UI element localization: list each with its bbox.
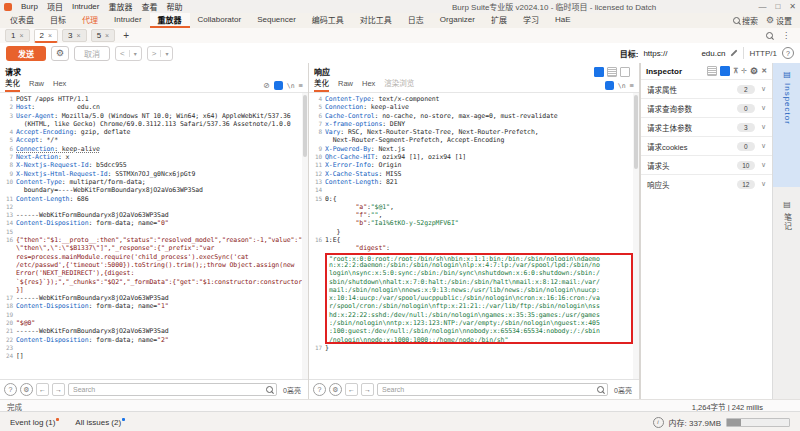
menu-help[interactable]: 帮助 <box>166 1 182 12</box>
menu-view[interactable]: 查看 <box>141 1 157 12</box>
menu-icon[interactable]: ≡ <box>630 81 634 90</box>
info-icon[interactable]: i <box>653 417 664 428</box>
menu-burp[interactable]: Burp <box>21 2 38 11</box>
send-button[interactable]: 发送 <box>6 46 46 61</box>
repeater-tab-2[interactable]: 2× <box>34 29 59 43</box>
chevron-down-icon[interactable]: ∨ <box>761 123 766 131</box>
syntax-highlight-icon[interactable] <box>274 81 283 90</box>
tab-raw[interactable]: Raw <box>338 79 353 92</box>
rows-layout-icon[interactable] <box>607 67 617 77</box>
expand-all-icon[interactable]: ⊹ <box>741 67 747 75</box>
newline-toggle-icon[interactable]: \n <box>287 82 295 90</box>
request-search-input[interactable] <box>68 383 277 396</box>
collapse-all-icon[interactable]: ⊼ <box>733 67 738 75</box>
response-search-input[interactable] <box>377 383 608 396</box>
menu-repeater[interactable]: 重放器 <box>108 1 132 12</box>
tab-raw[interactable]: Raw <box>29 79 44 92</box>
hide-selection-icon[interactable]: ⊘ <box>263 81 269 90</box>
tab-学习[interactable]: 学习 <box>515 13 547 28</box>
tab-Sequencer[interactable]: Sequencer <box>249 13 304 28</box>
settings-button[interactable]: ⚙ 设置 <box>766 15 792 26</box>
tab-编码工具[interactable]: 编码工具 <box>304 13 352 28</box>
search-settings-icon[interactable]: ⚙ <box>329 383 342 396</box>
repeater-tab-5[interactable]: 5× <box>91 29 116 42</box>
gear-icon[interactable]: ⚙ <box>750 67 758 76</box>
history-forward-button[interactable]: > <box>148 49 161 58</box>
history-forward-group[interactable]: > ▾ <box>147 46 174 61</box>
tab-pretty[interactable]: 美化 <box>314 77 329 92</box>
response-viewer[interactable]: 4Content-Type: text/x-component5Connecti… <box>309 93 639 379</box>
tab-日志[interactable]: 日志 <box>400 13 432 28</box>
search-settings-icon[interactable]: ⚙ <box>20 383 33 396</box>
help-icon[interactable]: ? <box>782 47 794 59</box>
tab-仪表盘[interactable]: 仪表盘 <box>2 13 42 28</box>
history-back-button[interactable]: < <box>116 49 129 58</box>
scrollbar-thumb[interactable] <box>634 95 638 169</box>
prev-match-button[interactable]: ← <box>36 383 49 396</box>
scrollbar-thumb[interactable] <box>303 95 307 157</box>
next-match-button[interactable]: → <box>361 383 374 396</box>
side-tab-inspector[interactable]: ▤ Inspector <box>773 63 800 187</box>
event-log-tab[interactable]: Event log (1) <box>10 418 59 427</box>
chevron-down-icon[interactable]: ▾ <box>160 50 172 57</box>
http-version-button[interactable]: HTTP/1 <box>749 49 777 58</box>
tab-Organizer[interactable]: Organizer <box>432 13 483 28</box>
split-view-icon[interactable] <box>707 66 717 76</box>
menu-icon[interactable]: ≡ <box>299 81 303 90</box>
cancel-button[interactable]: 取消 <box>74 46 110 61</box>
full-view-icon[interactable] <box>720 66 730 76</box>
menu-intruder[interactable]: Intruder <box>72 2 100 11</box>
chevron-down-icon[interactable]: ▾ <box>129 50 141 57</box>
search-icon[interactable] <box>766 32 773 39</box>
tab-Intruder[interactable]: Intruder <box>106 13 150 28</box>
close-icon[interactable]: ✕ <box>761 67 767 75</box>
tab-Collaborator[interactable]: Collaborator <box>190 13 250 28</box>
request-scrollbar[interactable] <box>302 93 308 379</box>
edit-target-icon[interactable] <box>731 49 738 56</box>
close-tab-icon[interactable]: × <box>77 32 81 39</box>
send-options-button[interactable]: ⚙ <box>51 46 69 61</box>
chevron-down-icon[interactable]: ∨ <box>761 142 766 150</box>
tab-hex[interactable]: Hex <box>53 79 66 92</box>
kebab-menu-icon[interactable]: ⋮ <box>782 31 790 40</box>
columns-layout-icon[interactable] <box>594 67 604 77</box>
close-tab-icon[interactable]: × <box>48 32 52 39</box>
inspector-row-请求头[interactable]: 请求头10∨ <box>641 155 772 174</box>
side-tab-notes[interactable]: ▤ 笔记 <box>773 193 800 269</box>
inspector-row-请求cookies[interactable]: 请求cookies0∨ <box>641 136 772 155</box>
inspector-row-请求主体参数[interactable]: 请求主体参数3∨ <box>641 117 772 136</box>
help-icon[interactable]: ? <box>4 383 17 396</box>
tab-render[interactable]: 渲染浏览 <box>384 77 414 92</box>
response-scrollbar[interactable] <box>633 93 639 379</box>
repeater-tab-3[interactable]: 3× <box>62 29 87 42</box>
tab-扩展[interactable]: 扩展 <box>483 13 515 28</box>
tabs-layout-icon[interactable] <box>620 67 630 77</box>
minimize-button[interactable]: — <box>758 2 766 11</box>
tab-目标[interactable]: 目标 <box>42 13 74 28</box>
tab-hex[interactable]: Hex <box>362 79 375 92</box>
tab-pretty[interactable]: 美化 <box>5 77 20 92</box>
tab-对比工具[interactable]: 对比工具 <box>352 13 400 28</box>
tab-HaE[interactable]: HaE <box>547 13 579 28</box>
all-issues-tab[interactable]: All issues (2) <box>75 418 125 427</box>
maximize-button[interactable]: □ <box>775 2 780 11</box>
tab-代理[interactable]: 代理 <box>74 13 106 28</box>
global-search-button[interactable]: 搜索 <box>733 15 758 26</box>
add-tab-button[interactable]: + <box>119 30 133 41</box>
chevron-down-icon[interactable]: ∨ <box>761 104 766 112</box>
help-icon[interactable]: ? <box>313 383 326 396</box>
next-match-button[interactable]: → <box>52 383 65 396</box>
inspector-row-请求查询参数[interactable]: 请求查询参数0∨ <box>641 98 772 117</box>
prev-match-button[interactable]: ← <box>345 383 358 396</box>
close-button[interactable]: ✕ <box>789 2 796 11</box>
chevron-down-icon[interactable]: ∨ <box>761 180 766 188</box>
request-editor[interactable]: 1POST /apps HTTP/1.12Host: edu.cn3User-A… <box>0 93 308 379</box>
inspector-row-请求属性[interactable]: 请求属性2∨ <box>641 79 772 98</box>
history-back-group[interactable]: < ▾ <box>115 46 142 61</box>
repeater-tab-1[interactable]: 1× <box>5 29 30 42</box>
close-tab-icon[interactable]: × <box>105 32 109 39</box>
newline-toggle-icon[interactable]: \n <box>618 82 626 90</box>
chevron-down-icon[interactable]: ∨ <box>761 161 766 169</box>
syntax-highlight-icon[interactable] <box>605 81 614 90</box>
chevron-down-icon[interactable]: ∨ <box>761 85 766 93</box>
